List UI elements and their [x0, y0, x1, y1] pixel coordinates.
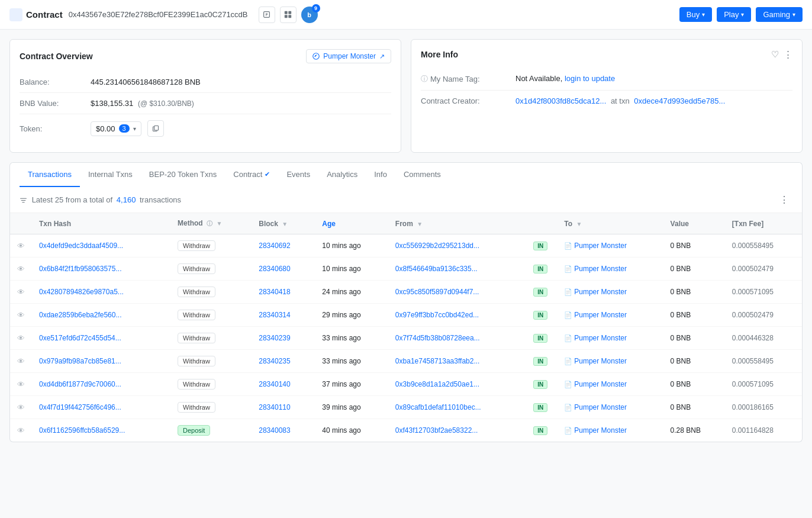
tab-internal-txns[interactable]: Internal Txns	[80, 163, 141, 187]
grid-view-button[interactable]	[280, 7, 297, 23]
block-link[interactable]: 28340239	[259, 334, 290, 342]
to-link[interactable]: Pumper Monster	[574, 334, 627, 342]
to-link[interactable]: Pumper Monster	[574, 380, 627, 388]
to-link[interactable]: Pumper Monster	[574, 403, 627, 411]
from-link[interactable]: 0x8f546649ba9136c335...	[395, 265, 478, 273]
tab-analytics[interactable]: Analytics	[318, 163, 366, 187]
txn-hash-link[interactable]: 0x4f7d19f442756f6c496...	[39, 403, 121, 411]
tab-contract[interactable]: Contract ✔	[225, 163, 278, 187]
fee-cell: 0.000502479	[725, 304, 802, 327]
creator-txn-link[interactable]: 0xdece47d993edd5e785...	[634, 96, 725, 105]
eye-icon[interactable]: 👁	[17, 380, 25, 389]
filter-icon	[20, 197, 27, 204]
block-cell: 28340239	[252, 327, 315, 350]
tab-bep20[interactable]: BEP-20 Token Txns	[141, 163, 225, 187]
buy-chevron-icon: ▾	[702, 11, 705, 18]
from-link[interactable]: 0x7f74d5fb38b08728eea...	[395, 334, 480, 342]
th-eye	[10, 213, 32, 234]
gaming-button[interactable]: Gaming ▾	[756, 7, 803, 22]
from-link[interactable]: 0xc95c850f5897d0944f7...	[395, 288, 479, 296]
eye-icon[interactable]: 👁	[17, 242, 25, 250]
play-button[interactable]: Play ▾	[717, 7, 751, 22]
method-filter-icon[interactable]: ▼	[216, 220, 222, 227]
direction-cell: IN	[526, 419, 557, 442]
block-link[interactable]: 28340418	[259, 288, 290, 296]
th-age: Age	[315, 213, 388, 234]
from-link[interactable]: 0x89cafb1defaf11010bec...	[395, 403, 481, 411]
from-link[interactable]: 0x97e9ff3bb7cc0bd42ed...	[395, 311, 479, 319]
to-link[interactable]: Pumper Monster	[574, 265, 627, 273]
eye-icon[interactable]: 👁	[17, 288, 25, 297]
from-link[interactable]: 0xc556929b2d295213dd...	[395, 242, 479, 250]
block-link[interactable]: 28340692	[259, 242, 290, 250]
eye-icon[interactable]: 👁	[17, 265, 25, 274]
name-tag-row: ⓘ My Name Tag: Not Available, login to u…	[421, 68, 792, 91]
to-cell: 📄 Pumper Monster	[557, 396, 663, 419]
block-link[interactable]: 28340140	[259, 380, 290, 388]
block-link[interactable]: 28340314	[259, 311, 290, 319]
to-link[interactable]: Pumper Monster	[574, 288, 627, 296]
heart-icon[interactable]: ♡	[771, 49, 779, 60]
txn-hash-link[interactable]: 0xdae2859b6eba2fe560...	[39, 311, 121, 319]
th-txn-hash: Txn Hash	[32, 213, 170, 234]
more-options-icon[interactable]: ⋮	[784, 49, 792, 60]
txn-hash-link[interactable]: 0x42807894826e9870a5...	[39, 288, 124, 296]
tab-events[interactable]: Events	[278, 163, 318, 187]
topnav-icons: b 9	[259, 7, 318, 23]
pumper-icon	[312, 53, 320, 60]
eye-icon[interactable]: 👁	[17, 334, 25, 343]
user-avatar[interactable]: b 9	[301, 7, 318, 23]
pumper-monster-button[interactable]: Pumper Monster ↗	[306, 49, 391, 63]
eye-icon[interactable]: 👁	[17, 357, 25, 366]
block-cell: 28340314	[252, 304, 315, 327]
to-link[interactable]: Pumper Monster	[574, 426, 627, 435]
copy-address-button[interactable]	[259, 7, 275, 23]
from-link[interactable]: 0xba1e7458713aa3ffab2...	[395, 357, 480, 365]
method-cell: Withdraw	[170, 281, 252, 304]
from-link[interactable]: 0x3b9ce8d1a1a2d50ae1...	[395, 380, 479, 388]
direction-cell: IN	[526, 281, 557, 304]
token-copy-button[interactable]	[147, 120, 164, 137]
block-cell: 28340418	[252, 281, 315, 304]
block-link[interactable]: 28340083	[259, 426, 290, 435]
age-cell: 29 mins ago	[315, 304, 388, 327]
th-fee: [Txn Fee]	[725, 213, 802, 234]
txn-hash-link[interactable]: 0xd4db6f1877d9c70060...	[39, 380, 121, 388]
tab-transactions[interactable]: Transactions	[20, 163, 80, 187]
from-filter-icon[interactable]: ▼	[417, 221, 423, 227]
table-menu-button[interactable]: ⋮	[776, 193, 792, 207]
to-filter-icon[interactable]: ▼	[576, 221, 582, 227]
block-filter-icon[interactable]: ▼	[282, 221, 288, 227]
txn-hash-link[interactable]: 0x979a9fb98a7cb85e81...	[39, 357, 121, 365]
to-link[interactable]: Pumper Monster	[574, 357, 627, 365]
token-count-badge: 3	[119, 124, 130, 133]
eye-icon[interactable]: 👁	[17, 426, 25, 435]
contract-doc-icon: 📄	[564, 427, 572, 435]
login-to-update-link[interactable]: login to update	[565, 74, 615, 83]
to-link[interactable]: Pumper Monster	[574, 242, 627, 250]
txn-hash-link[interactable]: 0x6f1162596ffcb58a6529...	[39, 426, 125, 435]
token-dropdown[interactable]: $0.00 3 ▾	[91, 121, 141, 136]
tab-info[interactable]: Info	[366, 163, 395, 187]
balance-row: Balance: 445.231406561848687128 BNB	[20, 72, 391, 93]
eye-icon[interactable]: 👁	[17, 403, 25, 412]
block-link[interactable]: 28340110	[259, 403, 290, 411]
txn-hash-cell: 0x4defd9edc3ddaaf4509...	[32, 234, 170, 258]
table-info-text: Latest 25 from a total of 4,160 transact…	[20, 195, 181, 204]
eye-icon[interactable]: 👁	[17, 311, 25, 320]
direction-cell: IN	[526, 234, 557, 258]
to-cell: 📄 Pumper Monster	[557, 327, 663, 350]
to-link[interactable]: Pumper Monster	[574, 311, 627, 319]
method-badge: Withdraw	[178, 287, 215, 297]
txn-hash-link[interactable]: 0x6b84f2f1fb958063575...	[39, 265, 121, 273]
buy-button[interactable]: Buy ▾	[679, 7, 712, 22]
block-link[interactable]: 28340235	[259, 357, 290, 365]
contract-doc-icon: 📄	[564, 334, 572, 342]
block-link[interactable]: 28340680	[259, 265, 290, 273]
contract-doc-icon: 📄	[564, 265, 572, 273]
tab-comments[interactable]: Comments	[395, 163, 449, 187]
txn-hash-link[interactable]: 0xe517efd6d72c455d54...	[39, 334, 121, 342]
from-link[interactable]: 0xf43f12703bf2ae58322...	[395, 426, 478, 435]
txn-hash-link[interactable]: 0x4defd9edc3ddaaf4509...	[39, 242, 123, 250]
creator-address-link[interactable]: 0x1d42f8003fd8c5dca12...	[515, 96, 606, 105]
